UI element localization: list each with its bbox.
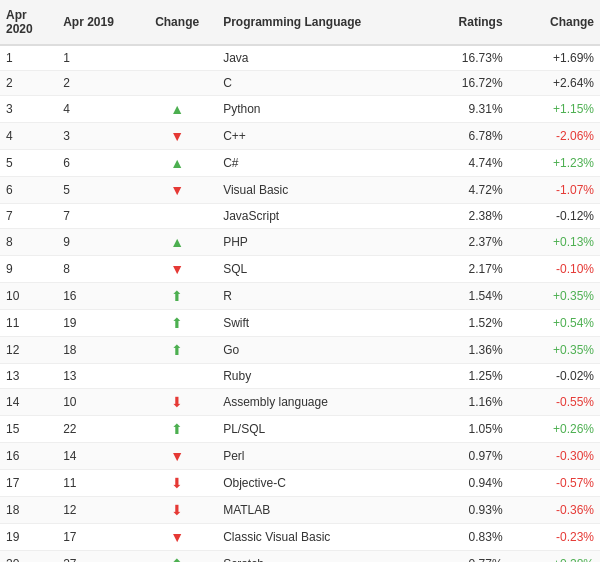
table-row: 12 18 ⬆ Go 1.36% +0.35% bbox=[0, 337, 600, 364]
arrow-cell: ▲ bbox=[137, 96, 217, 123]
arrow-cell: ▼ bbox=[137, 177, 217, 204]
ratings-cell: 0.83% bbox=[417, 524, 508, 551]
ratings-cell: 2.38% bbox=[417, 204, 508, 229]
change-cell: +0.35% bbox=[509, 283, 600, 310]
double-up-arrow-icon: ⬆ bbox=[171, 421, 183, 437]
arrow-cell: ⬇ bbox=[137, 470, 217, 497]
lang-cell: R bbox=[217, 283, 417, 310]
ratings-cell: 6.78% bbox=[417, 123, 508, 150]
rank-cell: 5 bbox=[0, 150, 57, 177]
change-cell: +0.13% bbox=[509, 229, 600, 256]
table-row: 7 7 JavaScript 2.38% -0.12% bbox=[0, 204, 600, 229]
table-row: 18 12 ⬇ MATLAB 0.93% -0.36% bbox=[0, 497, 600, 524]
table-row: 10 16 ⬆ R 1.54% +0.35% bbox=[0, 283, 600, 310]
up-arrow-icon: ▲ bbox=[170, 101, 184, 117]
down-arrow-icon: ▼ bbox=[170, 261, 184, 277]
rank-cell: 2 bbox=[0, 71, 57, 96]
table-row: 4 3 ▼ C++ 6.78% -2.06% bbox=[0, 123, 600, 150]
lang-cell: Swift bbox=[217, 310, 417, 337]
lang-cell: Go bbox=[217, 337, 417, 364]
arrow-cell: ⬇ bbox=[137, 389, 217, 416]
header-lang: Programming Language bbox=[217, 0, 417, 45]
lang-cell: PHP bbox=[217, 229, 417, 256]
ratings-cell: 4.74% bbox=[417, 150, 508, 177]
ratings-cell: 1.52% bbox=[417, 310, 508, 337]
down-arrow-icon: ▼ bbox=[170, 529, 184, 545]
arrow-cell: ▲ bbox=[137, 229, 217, 256]
arrow-cell: ▼ bbox=[137, 524, 217, 551]
ratings-cell: 1.36% bbox=[417, 337, 508, 364]
arrow-cell bbox=[137, 45, 217, 71]
lang-cell: SQL bbox=[217, 256, 417, 283]
prev-rank-cell: 13 bbox=[57, 364, 137, 389]
lang-cell: Perl bbox=[217, 443, 417, 470]
lang-cell: Python bbox=[217, 96, 417, 123]
double-down-arrow-icon: ⬇ bbox=[171, 502, 183, 518]
down-arrow-icon: ▼ bbox=[170, 128, 184, 144]
prev-rank-cell: 8 bbox=[57, 256, 137, 283]
lang-cell: Visual Basic bbox=[217, 177, 417, 204]
rank-cell: 17 bbox=[0, 470, 57, 497]
prev-rank-cell: 3 bbox=[57, 123, 137, 150]
ratings-cell: 0.94% bbox=[417, 470, 508, 497]
ratings-cell: 16.72% bbox=[417, 71, 508, 96]
prev-rank-cell: 5 bbox=[57, 177, 137, 204]
rank-cell: 15 bbox=[0, 416, 57, 443]
rank-cell: 12 bbox=[0, 337, 57, 364]
double-down-arrow-icon: ⬇ bbox=[171, 475, 183, 491]
lang-cell: C# bbox=[217, 150, 417, 177]
lang-cell: C++ bbox=[217, 123, 417, 150]
lang-cell: C bbox=[217, 71, 417, 96]
arrow-cell bbox=[137, 364, 217, 389]
change-cell: +1.69% bbox=[509, 45, 600, 71]
change-cell: -0.23% bbox=[509, 524, 600, 551]
lang-cell: Objective-C bbox=[217, 470, 417, 497]
rank-cell: 13 bbox=[0, 364, 57, 389]
ratings-cell: 2.17% bbox=[417, 256, 508, 283]
rank-cell: 20 bbox=[0, 551, 57, 563]
ratings-cell: 9.31% bbox=[417, 96, 508, 123]
lang-cell: JavaScript bbox=[217, 204, 417, 229]
rank-cell: 18 bbox=[0, 497, 57, 524]
change-cell: +1.23% bbox=[509, 150, 600, 177]
lang-cell: PL/SQL bbox=[217, 416, 417, 443]
rank-cell: 14 bbox=[0, 389, 57, 416]
arrow-cell: ⬇ bbox=[137, 497, 217, 524]
lang-cell: Assembly language bbox=[217, 389, 417, 416]
header-ratings: Ratings bbox=[417, 0, 508, 45]
arrow-cell: ▼ bbox=[137, 256, 217, 283]
rank-cell: 11 bbox=[0, 310, 57, 337]
table-row: 17 11 ⬇ Objective-C 0.94% -0.57% bbox=[0, 470, 600, 497]
header-apr2020: Apr 2020 bbox=[0, 0, 57, 45]
arrow-cell: ⬆ bbox=[137, 551, 217, 563]
change-cell: +0.28% bbox=[509, 551, 600, 563]
change-cell: -0.57% bbox=[509, 470, 600, 497]
prev-rank-cell: 18 bbox=[57, 337, 137, 364]
arrow-cell bbox=[137, 71, 217, 96]
lang-cell: MATLAB bbox=[217, 497, 417, 524]
arrow-cell: ▲ bbox=[137, 150, 217, 177]
ratings-cell: 1.16% bbox=[417, 389, 508, 416]
rank-cell: 3 bbox=[0, 96, 57, 123]
rank-cell: 7 bbox=[0, 204, 57, 229]
ratings-cell: 1.25% bbox=[417, 364, 508, 389]
arrow-cell: ⬆ bbox=[137, 310, 217, 337]
table-row: 13 13 Ruby 1.25% -0.02% bbox=[0, 364, 600, 389]
rank-cell: 1 bbox=[0, 45, 57, 71]
table-row: 14 10 ⬇ Assembly language 1.16% -0.55% bbox=[0, 389, 600, 416]
header-apr2019: Apr 2019 bbox=[57, 0, 137, 45]
lang-cell: Scratch bbox=[217, 551, 417, 563]
change-cell: -0.55% bbox=[509, 389, 600, 416]
change-cell: -0.30% bbox=[509, 443, 600, 470]
prev-rank-cell: 17 bbox=[57, 524, 137, 551]
prev-rank-cell: 19 bbox=[57, 310, 137, 337]
change-cell: -1.07% bbox=[509, 177, 600, 204]
prev-rank-cell: 7 bbox=[57, 204, 137, 229]
ratings-cell: 4.72% bbox=[417, 177, 508, 204]
table-row: 15 22 ⬆ PL/SQL 1.05% +0.26% bbox=[0, 416, 600, 443]
arrow-cell: ▼ bbox=[137, 123, 217, 150]
double-up-arrow-icon: ⬆ bbox=[171, 342, 183, 358]
change-cell: -0.12% bbox=[509, 204, 600, 229]
arrow-cell: ⬆ bbox=[137, 337, 217, 364]
prev-rank-cell: 1 bbox=[57, 45, 137, 71]
